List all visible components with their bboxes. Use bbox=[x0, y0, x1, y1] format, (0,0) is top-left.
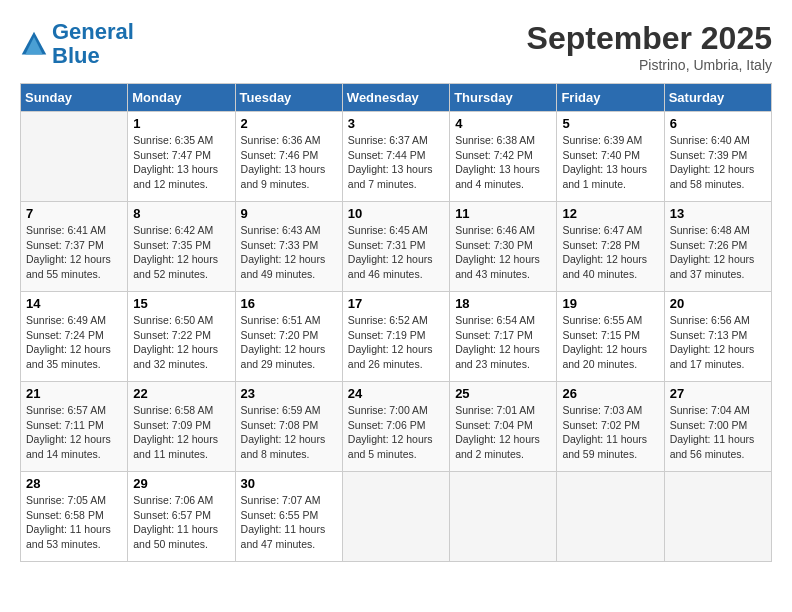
cell-info: Sunrise: 6:59 AMSunset: 7:08 PMDaylight:… bbox=[241, 403, 337, 462]
day-cell: 15Sunrise: 6:50 AMSunset: 7:22 PMDayligh… bbox=[128, 292, 235, 382]
cell-info: Sunrise: 7:05 AMSunset: 6:58 PMDaylight:… bbox=[26, 493, 122, 552]
cell-info: Sunrise: 7:00 AMSunset: 7:06 PMDaylight:… bbox=[348, 403, 444, 462]
day-number: 20 bbox=[670, 296, 766, 311]
day-cell: 14Sunrise: 6:49 AMSunset: 7:24 PMDayligh… bbox=[21, 292, 128, 382]
day-number: 17 bbox=[348, 296, 444, 311]
day-cell: 9Sunrise: 6:43 AMSunset: 7:33 PMDaylight… bbox=[235, 202, 342, 292]
day-cell: 25Sunrise: 7:01 AMSunset: 7:04 PMDayligh… bbox=[450, 382, 557, 472]
day-cell: 23Sunrise: 6:59 AMSunset: 7:08 PMDayligh… bbox=[235, 382, 342, 472]
day-cell: 16Sunrise: 6:51 AMSunset: 7:20 PMDayligh… bbox=[235, 292, 342, 382]
cell-info: Sunrise: 6:40 AMSunset: 7:39 PMDaylight:… bbox=[670, 133, 766, 192]
col-header-wednesday: Wednesday bbox=[342, 84, 449, 112]
calendar-table: SundayMondayTuesdayWednesdayThursdayFrid… bbox=[20, 83, 772, 562]
logo-line1: General bbox=[52, 19, 134, 44]
day-number: 21 bbox=[26, 386, 122, 401]
cell-info: Sunrise: 7:07 AMSunset: 6:55 PMDaylight:… bbox=[241, 493, 337, 552]
col-header-sunday: Sunday bbox=[21, 84, 128, 112]
logo: General Blue bbox=[20, 20, 134, 68]
day-number: 11 bbox=[455, 206, 551, 221]
page-header: General Blue September 2025 Pistrino, Um… bbox=[20, 20, 772, 73]
day-cell: 17Sunrise: 6:52 AMSunset: 7:19 PMDayligh… bbox=[342, 292, 449, 382]
day-number: 5 bbox=[562, 116, 658, 131]
day-cell: 29Sunrise: 7:06 AMSunset: 6:57 PMDayligh… bbox=[128, 472, 235, 562]
cell-info: Sunrise: 6:58 AMSunset: 7:09 PMDaylight:… bbox=[133, 403, 229, 462]
cell-info: Sunrise: 6:54 AMSunset: 7:17 PMDaylight:… bbox=[455, 313, 551, 372]
day-number: 2 bbox=[241, 116, 337, 131]
day-number: 24 bbox=[348, 386, 444, 401]
cell-info: Sunrise: 6:39 AMSunset: 7:40 PMDaylight:… bbox=[562, 133, 658, 192]
col-header-saturday: Saturday bbox=[664, 84, 771, 112]
cell-info: Sunrise: 6:43 AMSunset: 7:33 PMDaylight:… bbox=[241, 223, 337, 282]
day-cell bbox=[664, 472, 771, 562]
day-number: 28 bbox=[26, 476, 122, 491]
cell-info: Sunrise: 6:38 AMSunset: 7:42 PMDaylight:… bbox=[455, 133, 551, 192]
cell-info: Sunrise: 7:01 AMSunset: 7:04 PMDaylight:… bbox=[455, 403, 551, 462]
day-cell: 7Sunrise: 6:41 AMSunset: 7:37 PMDaylight… bbox=[21, 202, 128, 292]
day-cell: 12Sunrise: 6:47 AMSunset: 7:28 PMDayligh… bbox=[557, 202, 664, 292]
cell-info: Sunrise: 6:48 AMSunset: 7:26 PMDaylight:… bbox=[670, 223, 766, 282]
day-cell: 22Sunrise: 6:58 AMSunset: 7:09 PMDayligh… bbox=[128, 382, 235, 472]
day-cell: 8Sunrise: 6:42 AMSunset: 7:35 PMDaylight… bbox=[128, 202, 235, 292]
day-cell bbox=[450, 472, 557, 562]
day-number: 16 bbox=[241, 296, 337, 311]
day-number: 10 bbox=[348, 206, 444, 221]
week-row-2: 7Sunrise: 6:41 AMSunset: 7:37 PMDaylight… bbox=[21, 202, 772, 292]
cell-info: Sunrise: 6:42 AMSunset: 7:35 PMDaylight:… bbox=[133, 223, 229, 282]
cell-info: Sunrise: 6:46 AMSunset: 7:30 PMDaylight:… bbox=[455, 223, 551, 282]
cell-info: Sunrise: 6:41 AMSunset: 7:37 PMDaylight:… bbox=[26, 223, 122, 282]
day-cell: 2Sunrise: 6:36 AMSunset: 7:46 PMDaylight… bbox=[235, 112, 342, 202]
day-cell: 26Sunrise: 7:03 AMSunset: 7:02 PMDayligh… bbox=[557, 382, 664, 472]
day-number: 9 bbox=[241, 206, 337, 221]
day-cell bbox=[21, 112, 128, 202]
day-cell: 19Sunrise: 6:55 AMSunset: 7:15 PMDayligh… bbox=[557, 292, 664, 382]
cell-info: Sunrise: 7:04 AMSunset: 7:00 PMDaylight:… bbox=[670, 403, 766, 462]
day-cell: 11Sunrise: 6:46 AMSunset: 7:30 PMDayligh… bbox=[450, 202, 557, 292]
logo-icon bbox=[20, 30, 48, 58]
cell-info: Sunrise: 6:37 AMSunset: 7:44 PMDaylight:… bbox=[348, 133, 444, 192]
week-row-4: 21Sunrise: 6:57 AMSunset: 7:11 PMDayligh… bbox=[21, 382, 772, 472]
cell-info: Sunrise: 6:52 AMSunset: 7:19 PMDaylight:… bbox=[348, 313, 444, 372]
day-cell: 3Sunrise: 6:37 AMSunset: 7:44 PMDaylight… bbox=[342, 112, 449, 202]
day-cell: 21Sunrise: 6:57 AMSunset: 7:11 PMDayligh… bbox=[21, 382, 128, 472]
day-number: 8 bbox=[133, 206, 229, 221]
day-cell: 20Sunrise: 6:56 AMSunset: 7:13 PMDayligh… bbox=[664, 292, 771, 382]
day-number: 1 bbox=[133, 116, 229, 131]
cell-info: Sunrise: 6:56 AMSunset: 7:13 PMDaylight:… bbox=[670, 313, 766, 372]
day-cell: 1Sunrise: 6:35 AMSunset: 7:47 PMDaylight… bbox=[128, 112, 235, 202]
day-cell: 18Sunrise: 6:54 AMSunset: 7:17 PMDayligh… bbox=[450, 292, 557, 382]
day-number: 13 bbox=[670, 206, 766, 221]
day-number: 14 bbox=[26, 296, 122, 311]
day-cell: 28Sunrise: 7:05 AMSunset: 6:58 PMDayligh… bbox=[21, 472, 128, 562]
day-number: 12 bbox=[562, 206, 658, 221]
day-cell bbox=[342, 472, 449, 562]
cell-info: Sunrise: 6:45 AMSunset: 7:31 PMDaylight:… bbox=[348, 223, 444, 282]
day-number: 7 bbox=[26, 206, 122, 221]
day-number: 26 bbox=[562, 386, 658, 401]
day-number: 18 bbox=[455, 296, 551, 311]
cell-info: Sunrise: 6:50 AMSunset: 7:22 PMDaylight:… bbox=[133, 313, 229, 372]
day-number: 15 bbox=[133, 296, 229, 311]
cell-info: Sunrise: 6:36 AMSunset: 7:46 PMDaylight:… bbox=[241, 133, 337, 192]
day-number: 30 bbox=[241, 476, 337, 491]
day-number: 27 bbox=[670, 386, 766, 401]
logo-line2: Blue bbox=[52, 43, 100, 68]
day-number: 3 bbox=[348, 116, 444, 131]
day-cell bbox=[557, 472, 664, 562]
week-row-1: 1Sunrise: 6:35 AMSunset: 7:47 PMDaylight… bbox=[21, 112, 772, 202]
day-number: 22 bbox=[133, 386, 229, 401]
logo-text: General Blue bbox=[52, 20, 134, 68]
day-cell: 13Sunrise: 6:48 AMSunset: 7:26 PMDayligh… bbox=[664, 202, 771, 292]
col-header-tuesday: Tuesday bbox=[235, 84, 342, 112]
location: Pistrino, Umbria, Italy bbox=[527, 57, 772, 73]
col-header-monday: Monday bbox=[128, 84, 235, 112]
day-number: 19 bbox=[562, 296, 658, 311]
day-number: 4 bbox=[455, 116, 551, 131]
day-number: 6 bbox=[670, 116, 766, 131]
day-cell: 4Sunrise: 6:38 AMSunset: 7:42 PMDaylight… bbox=[450, 112, 557, 202]
day-number: 23 bbox=[241, 386, 337, 401]
month-title: September 2025 bbox=[527, 20, 772, 57]
day-cell: 5Sunrise: 6:39 AMSunset: 7:40 PMDaylight… bbox=[557, 112, 664, 202]
day-cell: 27Sunrise: 7:04 AMSunset: 7:00 PMDayligh… bbox=[664, 382, 771, 472]
cell-info: Sunrise: 6:55 AMSunset: 7:15 PMDaylight:… bbox=[562, 313, 658, 372]
calendar-header-row: SundayMondayTuesdayWednesdayThursdayFrid… bbox=[21, 84, 772, 112]
